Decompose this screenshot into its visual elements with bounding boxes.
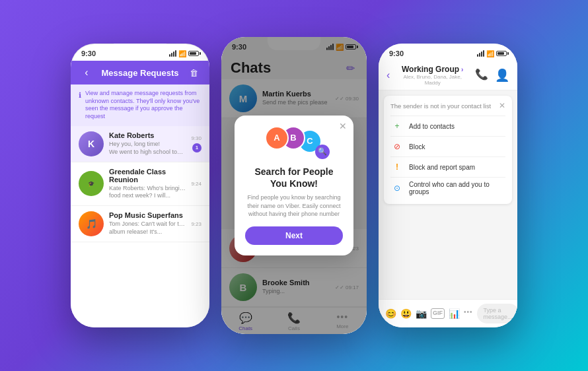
- warn-icon: !: [390, 160, 404, 174]
- group-control-icon: ⊙: [390, 182, 404, 195]
- battery-icon-r: [496, 51, 507, 56]
- chat-item-kate[interactable]: K Kate Roberts Hey you, long time! We we…: [71, 126, 209, 162]
- chevron-icon: ›: [461, 66, 463, 73]
- sticker-icon[interactable]: 😊: [385, 308, 396, 319]
- chat-content-greendale: Greendale Class Reunion Kate Roberts: Wh…: [109, 168, 186, 200]
- group-header: ‹ Working Group › Alex, Bruno, Dana, Jak…: [379, 61, 517, 90]
- chat-input-area: 😊 😃 📷 GIF 📊 ••• Type a message... 🎤: [379, 299, 517, 327]
- action-add-label: Add to contacts: [409, 123, 455, 130]
- modal-title: Search for People You Know!: [245, 166, 343, 189]
- time-left: 9:30: [81, 50, 96, 57]
- chat-body-right: [379, 209, 517, 299]
- avatar-greendale: 🎓: [79, 171, 104, 196]
- trash-icon[interactable]: 🗑: [187, 66, 200, 79]
- chat-content-pop: Pop Music Superfans Tom Jones: Can't wai…: [109, 211, 186, 236]
- status-icons-right: 📶: [477, 50, 507, 57]
- unread-badge-kate: 1: [192, 143, 202, 152]
- action-add-contacts[interactable]: + Add to contacts: [390, 116, 505, 136]
- action-control-groups-label: Control who can add you to groups: [409, 181, 505, 195]
- action-block-report-label: Block and report spam: [409, 164, 475, 171]
- avatar-kate: K: [79, 131, 104, 156]
- sender-notice: The sender is not in your contact list ✕…: [384, 96, 512, 204]
- group-members: Alex, Bruno, Dana, Jake, Maddy: [395, 74, 470, 86]
- avatar-pop: 🎵: [79, 211, 104, 236]
- chat-content-kate: Kate Roberts Hey you, long time! We went…: [109, 131, 186, 156]
- chat-meta-pop: 9:23: [191, 221, 202, 227]
- chat-preview-greendale: Kate Roberts: Who's bringing the food ne…: [109, 185, 186, 200]
- gif-icon[interactable]: GIF: [431, 308, 445, 319]
- sender-notice-header: The sender is not in your contact list ✕: [390, 101, 505, 110]
- back-button-right[interactable]: ‹: [386, 69, 390, 81]
- chat-item-greendale[interactable]: 🎓 Greendale Class Reunion Kate Roberts: …: [71, 162, 209, 206]
- modal-next-button[interactable]: Next: [245, 226, 343, 245]
- right-screen: ‹ Working Group › Alex, Bruno, Dana, Jak…: [379, 61, 517, 327]
- msg-req-title: Message Requests: [93, 68, 187, 78]
- emoji-icon[interactable]: 😃: [400, 308, 412, 319]
- plus-icon: +: [390, 119, 404, 133]
- action-block-label: Block: [409, 143, 425, 151]
- modal-avatar-group: A B C 🔍: [245, 126, 343, 159]
- phone-left: 9:30 📶 ‹ Message Requests 🗑: [71, 44, 209, 327]
- wifi-icon: 📶: [178, 50, 186, 57]
- notch-left: [114, 44, 166, 57]
- more-options-button[interactable]: 👤: [495, 68, 509, 83]
- modal-overlay[interactable]: ✕ A B C 🔍 Search for People You Know! Fi…: [221, 37, 367, 334]
- notice-text: View and manage message requests from un…: [85, 90, 202, 121]
- group-name: Working Group ›: [395, 65, 470, 74]
- message-input[interactable]: Type a message...: [477, 304, 517, 323]
- group-actions: 📞 👤: [475, 68, 509, 83]
- action-control-groups[interactable]: ⊙ Control who can add you to groups: [390, 177, 505, 199]
- search-magnifier-icon: 🔍: [315, 145, 330, 159]
- action-block[interactable]: ⊘ Block: [390, 136, 505, 156]
- chart-icon[interactable]: 📊: [449, 308, 460, 319]
- chat-meta-greendale: 9:24: [191, 181, 202, 187]
- chat-time-pop: 9:23: [191, 221, 202, 227]
- center-screen: Chats ✏ M Martin Kuerbs Send me the pics…: [221, 54, 367, 334]
- modal-description: Find people you know by searching their …: [245, 193, 343, 219]
- camera-icon[interactable]: 📷: [416, 308, 427, 319]
- phone-right: 9:30 📶 ‹ Working Group: [379, 44, 517, 327]
- group-info: Working Group › Alex, Bruno, Dana, Jake,…: [395, 65, 470, 86]
- input-icons: 😊 😃 📷 GIF 📊 •••: [385, 308, 473, 319]
- notch-right: [422, 44, 474, 57]
- more-input-icon[interactable]: •••: [464, 308, 473, 319]
- phones-container: 9:30 📶 ‹ Message Requests 🗑: [0, 0, 588, 371]
- notice-close-button[interactable]: ✕: [499, 101, 505, 110]
- wifi-icon-r: 📶: [486, 50, 494, 57]
- block-icon: ⊘: [390, 140, 404, 153]
- chat-name-pop: Pop Music Superfans: [109, 211, 186, 219]
- battery-icon: [188, 51, 199, 56]
- action-block-report[interactable]: ! Block and report spam: [390, 156, 505, 177]
- modal-avatar-1: A: [265, 126, 289, 150]
- chat-preview-kate: Hey you, long time! We went to high scho…: [109, 141, 186, 156]
- info-icon: ℹ: [79, 90, 81, 100]
- signal-icon-r: [477, 50, 484, 57]
- sender-notice-title: The sender is not in your contact list: [390, 102, 491, 110]
- msg-req-header: ‹ Message Requests 🗑: [71, 61, 209, 84]
- call-button[interactable]: 📞: [475, 68, 488, 83]
- chat-time-kate: 9:30: [191, 135, 202, 141]
- chat-name-kate: Kate Roberts: [109, 131, 186, 139]
- back-button-left[interactable]: ‹: [80, 66, 93, 79]
- chat-name-greendale: Greendale Class Reunion: [109, 168, 186, 184]
- search-modal: ✕ A B C 🔍 Search for People You Know! Fi…: [235, 116, 353, 255]
- signal-icon: [169, 50, 176, 57]
- time-right: 9:30: [389, 50, 404, 57]
- chat-time-greendale: 9:24: [191, 181, 202, 187]
- left-screen: ‹ Message Requests 🗑 ℹ View and manage m…: [71, 61, 209, 327]
- status-icons-left: 📶: [169, 50, 199, 57]
- chat-preview-pop: Tom Jones: Can't wait for the next album…: [109, 220, 186, 236]
- chat-item-pop[interactable]: 🎵 Pop Music Superfans Tom Jones: Can't w…: [71, 206, 209, 242]
- chat-meta-kate: 9:30 1: [191, 135, 202, 152]
- phone-center: 9:30 📶 Chats ✏: [221, 37, 367, 334]
- chat-list-left: K Kate Roberts Hey you, long time! We we…: [71, 126, 209, 327]
- msg-req-notice: ℹ View and manage message requests from …: [71, 84, 209, 126]
